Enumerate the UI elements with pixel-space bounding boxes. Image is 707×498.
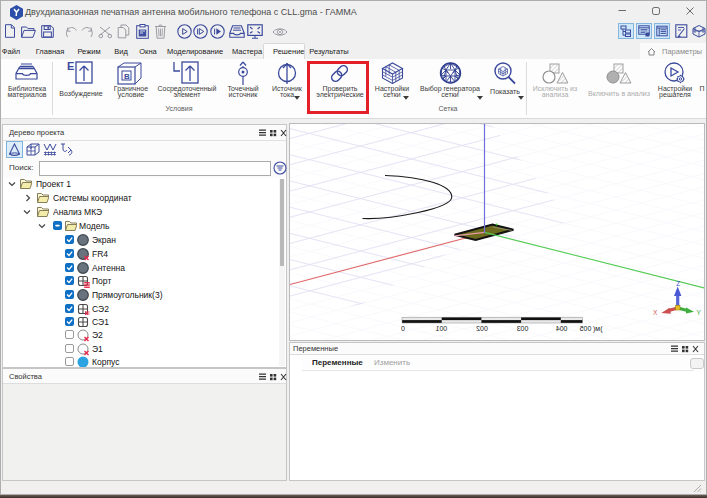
svg-text:00: 00 — [480, 325, 488, 332]
svg-text:00: 00 — [584, 325, 592, 332]
svg-text:0: 0 — [401, 325, 405, 332]
svg-text:B: B — [124, 72, 130, 81]
svg-text:Z: Z — [676, 280, 680, 287]
svg-text:)м(: )м( — [593, 325, 603, 333]
svg-text:00: 00 — [439, 325, 447, 332]
svg-text:00: 00 — [521, 325, 529, 332]
svg-text:E: E — [67, 61, 74, 72]
svg-text:Y: Y — [697, 309, 702, 316]
svg-text:X: X — [653, 309, 658, 316]
svg-text:00: 00 — [560, 325, 568, 332]
